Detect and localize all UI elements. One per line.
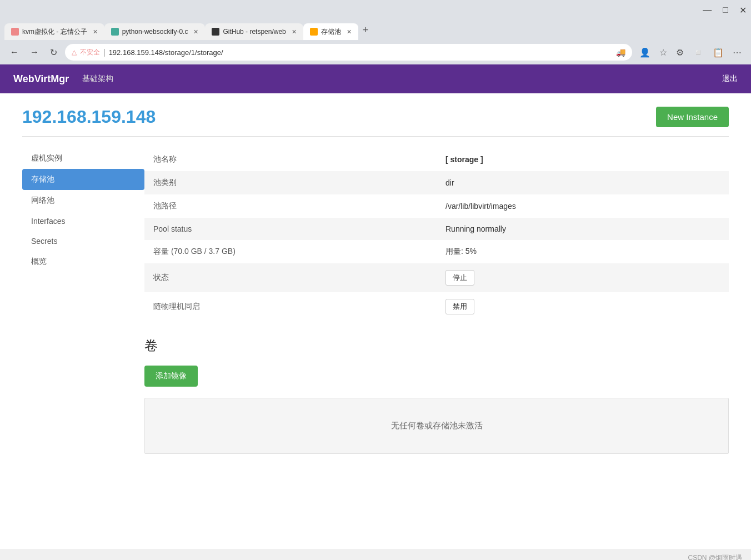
tab-favicon-3 xyxy=(212,28,219,36)
read-mode-icon[interactable]: 🚚 xyxy=(616,48,625,57)
sidebar-item-overview[interactable]: 概览 xyxy=(22,251,144,272)
more-icon[interactable]: ⋯ xyxy=(730,46,744,59)
security-warning-text: 不安全 xyxy=(80,48,100,57)
storage-info-table: 池名称 [ storage ] 池类别 dir 池路径 /var/lib/lib… xyxy=(144,148,729,321)
tab-favicon-2 xyxy=(111,28,119,36)
browser-tabbar: kvm虚拟化 - 忘情公子 ✕ python-websockify-0.c ✕ … xyxy=(0,20,751,40)
browser-tab-1[interactable]: kvm虚拟化 - 忘情公子 ✕ xyxy=(4,23,104,40)
pool-status-label: Pool status xyxy=(144,218,437,240)
browser-tab-3[interactable]: GitHub - retspen/web ✕ xyxy=(205,23,303,40)
pool-capacity-label: 容量 (70.0 GB / 3.7 GB) xyxy=(144,240,437,263)
navbar-logout[interactable]: 退出 xyxy=(722,74,738,84)
navbar-brand: WebVirtMgr 基础架构 xyxy=(13,73,113,85)
extensions-icon[interactable]: ⚙ xyxy=(673,46,687,59)
sidebar-item-storage-pool[interactable]: 存储池 xyxy=(22,169,144,190)
disable-button[interactable]: 禁用 xyxy=(445,299,474,314)
close-icon[interactable]: ✕ xyxy=(739,5,747,16)
pool-autostart-label: 随物理机同启 xyxy=(144,292,437,321)
pool-type-label: 池类别 xyxy=(144,171,437,194)
browser-chrome: — □ ✕ kvm虚拟化 - 忘情公子 ✕ python-websockify-… xyxy=(0,0,751,64)
sidebar-item-secrets[interactable]: Secrets xyxy=(22,231,144,251)
table-row-pool-capacity: 容量 (70.0 GB / 3.7 GB) 用量: 5% xyxy=(144,240,729,263)
app-navbar: WebVirtMgr 基础架构 退出 xyxy=(0,64,751,93)
pool-type-value: dir xyxy=(437,171,729,194)
app-footer: CSDN @烟雨时遇 xyxy=(0,549,751,560)
stop-button[interactable]: 停止 xyxy=(445,270,474,286)
browser-tab-2[interactable]: python-websockify-0.c ✕ xyxy=(104,23,206,40)
pool-state-value: 停止 xyxy=(437,263,729,292)
app-wrapper: WebVirtMgr 基础架构 退出 192.168.159.148 New I… xyxy=(0,64,751,549)
back-button[interactable]: ← xyxy=(7,45,22,59)
browser-titlebar: — □ ✕ xyxy=(0,0,751,20)
address-url: 192.168.159.148/storage/1/storage/ xyxy=(109,48,613,57)
sidebar-item-interfaces[interactable]: Interfaces xyxy=(22,211,144,231)
pool-state-label: 状态 xyxy=(144,263,437,292)
page-title: 192.168.159.148 xyxy=(22,107,156,127)
pool-status-value: Running normally xyxy=(437,218,729,240)
volumes-title: 卷 xyxy=(144,337,729,354)
new-tab-button[interactable]: + xyxy=(358,24,373,36)
browser-addressbar: ← → ↻ △ 不安全 | 192.168.159.148/storage/1/… xyxy=(0,40,751,64)
maximize-icon[interactable]: □ xyxy=(723,5,728,16)
footer-text: CSDN @烟雨时遇 xyxy=(688,554,742,560)
detail-area: 池名称 [ storage ] 池类别 dir 池路径 /var/lib/lib… xyxy=(144,148,729,454)
tab-label-4: 存储池 xyxy=(321,27,341,37)
tab-label-1: kvm虚拟化 - 忘情公子 xyxy=(22,27,87,37)
tab-favicon-1 xyxy=(11,28,19,36)
empty-volumes-message: 无任何卷或存储池未激活 xyxy=(144,398,729,454)
tab-close-4[interactable]: ✕ xyxy=(347,28,352,36)
tab-close-3[interactable]: ✕ xyxy=(292,28,297,36)
pool-path-label: 池路径 xyxy=(144,194,437,218)
add-image-button[interactable]: 添加镜像 xyxy=(144,366,198,387)
address-bar[interactable]: △ 不安全 | 192.168.159.148/storage/1/storag… xyxy=(65,44,632,61)
pool-capacity-value: 用量: 5% xyxy=(437,240,729,263)
page-header: 192.168.159.148 New Instance xyxy=(22,107,729,127)
address-separator: | xyxy=(103,48,106,57)
pool-path-value: /var/lib/libvirt/images xyxy=(437,194,729,218)
app-content: 192.168.159.148 New Instance 虚机实例 存储池 网络… xyxy=(0,93,751,467)
table-row-pool-state: 状态 停止 xyxy=(144,263,729,292)
navbar-infra-link[interactable]: 基础架构 xyxy=(82,74,113,84)
tab-close-1[interactable]: ✕ xyxy=(93,28,98,36)
security-warning-icon: △ xyxy=(72,48,77,56)
sidebar-item-vm-instances[interactable]: 虚机实例 xyxy=(22,148,144,169)
table-row-pool-path: 池路径 /var/lib/libvirt/images xyxy=(144,194,729,218)
window-controls: — □ ✕ xyxy=(703,5,747,16)
split-view-icon[interactable]: ◽ xyxy=(690,46,707,59)
table-row-pool-name: 池名称 [ storage ] xyxy=(144,148,729,171)
navbar-title: WebVirtMgr xyxy=(13,73,69,85)
address-bar-icons: 🚚 xyxy=(616,48,625,57)
tab-favicon-4 xyxy=(310,28,318,36)
table-row-pool-autostart: 随物理机同启 禁用 xyxy=(144,292,729,321)
tab-label-3: GitHub - retspen/web xyxy=(223,28,286,36)
main-layout: 虚机实例 存储池 网络池 Interfaces Secrets 概览 池名称 [… xyxy=(22,148,729,454)
pool-name-label: 池名称 xyxy=(144,148,437,171)
table-row-pool-type: 池类别 dir xyxy=(144,171,729,194)
collections-icon[interactable]: 📋 xyxy=(710,46,727,59)
profile-icon[interactable]: 👤 xyxy=(637,46,653,59)
favorites-icon[interactable]: ☆ xyxy=(657,46,670,59)
reload-button[interactable]: ↻ xyxy=(47,45,61,60)
sidebar-item-network-pool[interactable]: 网络池 xyxy=(22,190,144,211)
sidebar: 虚机实例 存储池 网络池 Interfaces Secrets 概览 xyxy=(22,148,144,454)
tab-label-2: python-websockify-0.c xyxy=(122,28,188,36)
header-divider xyxy=(22,136,729,137)
pool-name-value: [ storage ] xyxy=(437,148,729,171)
pool-autostart-value: 禁用 xyxy=(437,292,729,321)
new-instance-button[interactable]: New Instance xyxy=(656,107,729,127)
tab-close-2[interactable]: ✕ xyxy=(193,28,198,36)
table-row-pool-status: Pool status Running normally xyxy=(144,218,729,240)
minimize-icon[interactable]: — xyxy=(703,5,712,16)
browser-tab-4[interactable]: 存储池 ✕ xyxy=(303,23,358,40)
forward-button[interactable]: → xyxy=(27,45,42,59)
browser-toolbar-icons: 👤 ☆ ⚙ ◽ 📋 ⋯ xyxy=(637,46,744,59)
